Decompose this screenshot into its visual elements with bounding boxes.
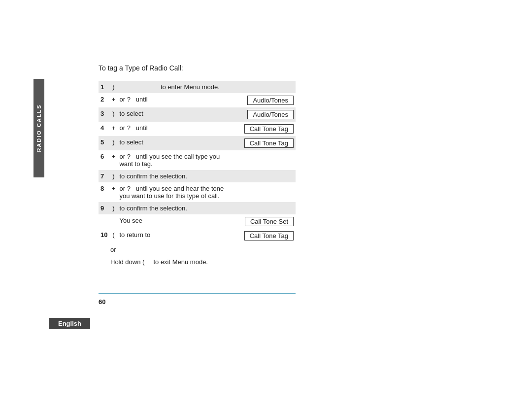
step-num: 7 [99,170,109,182]
step-action [159,229,233,243]
step-symbol: ) [109,136,117,150]
step-num: 1 [99,81,109,93]
call-tone-set-label: Call Tone Set [245,217,294,226]
page-title: To tag a Type of Radio Call: [99,64,296,72]
step-action [159,214,233,229]
step-box: Call Tone Tag [233,122,296,136]
step-text: to return to [117,229,158,243]
step-action: to enter Menu mode. [159,81,233,93]
step-symbol: + [109,182,117,202]
table-row: 4 + or ? until Call Tone Tag [99,122,296,136]
step-text: to select [117,107,158,122]
step-num: 4 [99,122,109,136]
step-text: or ? until [117,122,158,136]
step-symbol: ) [109,170,117,182]
table-row: 10 ( to return to Call Tone Tag [99,229,296,243]
step-symbol: ) [109,81,117,93]
holddown-text: Hold down ( to exit Menu mode. [99,256,296,269]
step-action [159,107,233,122]
audio-tones-label-2: Audio/Tones [247,110,294,119]
step-box [233,81,296,93]
step-action [159,93,233,107]
step-symbol: ( [109,229,117,243]
step-text: to select [117,136,158,150]
table-row: Hold down ( to exit Menu mode. [99,256,296,269]
step-num: 3 [99,107,109,122]
step-text: or ? until you see the call type youwant… [117,150,296,170]
step-action [159,122,233,136]
table-row: 8 + or ? until you see and hear the tone… [99,182,296,202]
table-row: You see Call Tone Set [99,214,296,229]
step-text: to confirm the selection. [117,170,296,182]
step-num: 8 [99,182,109,202]
step-num [99,214,117,229]
step-box: Call Tone Tag [233,136,296,150]
table-row: 3 ) to select Audio/Tones [99,107,296,122]
step-text: or ? until [117,93,158,107]
english-badge: English [49,318,90,329]
main-content: To tag a Type of Radio Call: 1 ) to ente… [99,64,296,269]
step-num: 2 [99,93,109,107]
step-box: Call Tone Set [233,214,296,229]
bottom-section: 60 [99,293,296,306]
call-tone-tag-label-1: Call Tone Tag [244,124,294,134]
table-row: 6 + or ? until you see the call type you… [99,150,296,170]
step-num: 6 [99,150,109,170]
step-action [159,136,233,150]
step-symbol: ) [109,107,117,122]
step-symbol: + [109,122,117,136]
audio-tones-label-1: Audio/Tones [247,96,294,105]
instruction-table: 1 ) to enter Menu mode. 2 + or ? until A… [99,81,296,269]
table-row: 1 ) to enter Menu mode. [99,81,296,93]
table-row: or [99,243,296,256]
table-row: 9 ) to confirm the selection. [99,202,296,214]
page-container: Radio Calls To tag a Type of Radio Call:… [0,0,532,411]
step-num: 9 [99,202,109,214]
page-number: 60 [99,298,296,306]
step-symbol: + [109,150,117,170]
step-box: Audio/Tones [233,93,296,107]
or-line: or [99,243,296,256]
call-tone-tag-label-3: Call Tone Tag [244,231,294,240]
bottom-line [99,293,296,294]
table-row: 2 + or ? until Audio/Tones [99,93,296,107]
yousee-label: You see [117,214,158,229]
sidebar: Radio Calls [33,79,44,177]
sidebar-label: Radio Calls [36,104,42,152]
step-box: Call Tone Tag [233,229,296,243]
step-text [117,81,158,93]
step-box: Audio/Tones [233,107,296,122]
step-text: to confirm the selection. [117,202,296,214]
step-symbol: + [109,93,117,107]
step-num: 10 [99,229,109,243]
table-row: 5 ) to select Call Tone Tag [99,136,296,150]
step-text: or ? until you see and hear the toneyou … [117,182,296,202]
step-symbol: ) [109,202,117,214]
call-tone-tag-label-2: Call Tone Tag [244,138,294,148]
step-num: 5 [99,136,109,150]
table-row: 7 ) to confirm the selection. [99,170,296,182]
